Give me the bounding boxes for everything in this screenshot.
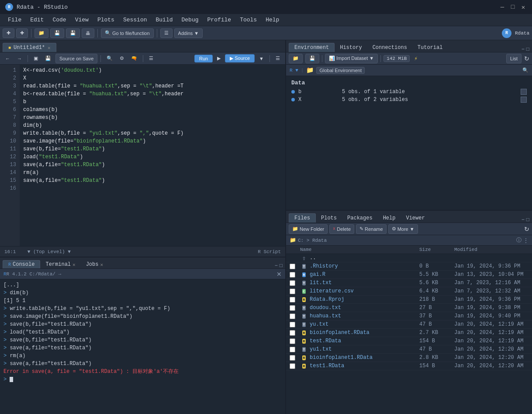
file-name[interactable]: yu1.txt — [310, 346, 419, 352]
maximize-button[interactable]: □ — [509, 3, 516, 10]
file-checkbox[interactable] — [290, 322, 300, 327]
env-tab-environment[interactable]: Environment — [289, 43, 335, 52]
files-minimize-button[interactable]: − — [522, 216, 525, 223]
file-name[interactable]: .. — [310, 255, 419, 261]
files-maximize-button[interactable]: □ — [526, 216, 529, 223]
code-line-12[interactable]: load("test1.RData") — [20, 153, 285, 161]
files-tab-files[interactable]: Files — [289, 213, 316, 223]
other-button-1[interactable]: ☰ — [160, 28, 173, 38]
code-line-13[interactable]: save(a,file="test1.RData") — [20, 161, 285, 169]
code-line-8[interactable]: dim(b) — [20, 122, 285, 129]
file-row[interactable]: T lit.txt 5.6 KB Jan 7, 2023, 12:16 AM — [286, 279, 532, 287]
file-row[interactable]: T huahua.txt 37 B Jan 19, 2024, 9:40 PM — [286, 312, 532, 320]
back-button[interactable]: ← — [3, 55, 13, 62]
files-tab-packages[interactable]: Packages — [342, 214, 378, 223]
file-name[interactable]: Rdata.Rproj — [310, 296, 419, 303]
close-terminal-icon[interactable]: ✕ — [73, 262, 76, 268]
new-folder-button[interactable]: 📁 New Folder — [289, 224, 328, 234]
file-name[interactable]: literature.csv — [310, 288, 419, 294]
menu-session[interactable]: Session — [119, 16, 152, 24]
list-view-button[interactable]: List — [506, 54, 522, 63]
rename-button[interactable]: ✎ Rename — [356, 224, 387, 234]
minimize-button[interactable]: — — [499, 3, 506, 10]
refresh-env-button[interactable]: ↻ — [524, 55, 529, 62]
delete-button[interactable]: ☓ Delete — [329, 224, 354, 234]
console-minimize-button[interactable]: − — [275, 262, 278, 268]
file-name[interactable]: .Rhistory — [310, 263, 419, 269]
file-row[interactable]: R test1.RData 154 B Jan 20, 2024, 12:20 … — [286, 362, 532, 370]
file-row[interactable]: T yu1.txt 47 B Jan 20, 2024, 12:20 AM — [286, 345, 532, 354]
file-row[interactable]: ⇧ .. — [286, 254, 532, 262]
code-line-7[interactable]: rownames(b) — [20, 114, 285, 122]
file-row[interactable]: T yu.txt 47 B Jan 20, 2024, 12:19 AM — [286, 320, 532, 329]
file-checkbox[interactable] — [290, 338, 300, 344]
env-tab-tutorial[interactable]: Tutorial — [412, 43, 448, 52]
file-name[interactable]: doudou.txt — [310, 305, 419, 311]
file-name[interactable]: bioinfoplanet1.RData — [310, 355, 419, 361]
close-jobs-icon[interactable]: ✕ — [100, 262, 103, 268]
console-tab-console[interactable]: R Console — [3, 260, 40, 268]
more-button[interactable]: ⚙ More ▼ — [388, 224, 418, 234]
env-icon-b[interactable] — [521, 89, 527, 95]
env-tab-history[interactable]: History — [335, 43, 367, 52]
file-checkbox[interactable] — [290, 355, 300, 361]
code-line-15[interactable]: save(a,file="test1.RData") — [20, 177, 285, 184]
console-tab-jobs[interactable]: Jobs ✕ — [81, 261, 108, 268]
env-maximize-button[interactable]: □ — [526, 46, 529, 52]
menu-plots[interactable]: Plots — [93, 16, 119, 24]
file-row[interactable]: C literature.csv 6.4 KB Jan 7, 2023, 12:… — [286, 287, 532, 296]
console-tab-terminal[interactable]: Terminal ✕ — [40, 261, 80, 268]
file-checkbox[interactable] — [290, 264, 300, 269]
menu-edit[interactable]: Edit — [26, 16, 48, 24]
new-file-button[interactable]: ✚ — [3, 28, 14, 38]
file-checkbox[interactable] — [290, 289, 300, 294]
close-tab-icon[interactable]: ✕ — [48, 45, 51, 51]
file-row[interactable]: R Rdata.Rproj 218 B Jan 19, 2024, 9:36 P… — [286, 296, 532, 304]
source-button[interactable]: ▶ Source — [225, 54, 255, 63]
code-line-1[interactable]: X<-read.csv('doudou.txt') — [20, 66, 285, 74]
file-name[interactable]: lit.txt — [310, 280, 419, 286]
code-line-16[interactable] — [20, 184, 285, 192]
code-tools-button[interactable]: ⚙ — [117, 55, 127, 62]
file-name[interactable]: yu.txt — [310, 321, 419, 327]
console-maximize-button[interactable]: □ — [280, 262, 283, 268]
code-line-4[interactable]: b<-read.table(file = "huahua.txt",sep = … — [20, 90, 285, 98]
options-button[interactable]: ☰ — [146, 55, 156, 62]
scope-dropdown[interactable]: ▼ — [68, 249, 71, 254]
env-search-button[interactable]: 🔍 — [522, 67, 529, 73]
file-row[interactable]: R gai.R 5.5 KB Jan 13, 2023, 10:04 PM — [286, 271, 532, 279]
file-checkbox[interactable] — [290, 272, 300, 278]
code-line-6[interactable]: colnames(b) — [20, 106, 285, 114]
menu-help[interactable]: Help — [261, 16, 283, 24]
file-name[interactable]: bioinfoplanet.RData — [310, 330, 419, 336]
global-env-selector[interactable]: Global Environment — [316, 67, 365, 74]
console-clear-button[interactable]: ✕ — [276, 271, 282, 278]
add-button[interactable]: ✚ — [16, 28, 28, 38]
menu-code[interactable]: Code — [48, 16, 70, 24]
code-line-9[interactable]: write.table(b,file = "yu1.txt",sep = ","… — [20, 129, 285, 137]
code-line-5[interactable]: b — [20, 98, 285, 106]
run-next-button[interactable]: ▶ — [214, 55, 223, 62]
env-icon-x[interactable] — [521, 97, 527, 103]
env-tab-connections[interactable]: Connections — [367, 43, 412, 52]
file-checkbox[interactable] — [290, 305, 300, 311]
code-content[interactable]: X<-read.csv('doudou.txt')Xread.table(fil… — [20, 65, 285, 246]
menu-profile[interactable]: Profile — [203, 16, 236, 24]
code-line-2[interactable]: X — [20, 74, 285, 82]
code-line-14[interactable]: rm(a) — [20, 169, 285, 177]
save-workspace-button[interactable]: 💾 — [305, 54, 319, 63]
code-line-3[interactable]: read.table(file = "huahua.txt",sep = "\t… — [20, 82, 285, 90]
run-button[interactable]: Run — [194, 55, 213, 63]
file-checkbox[interactable] — [290, 280, 300, 286]
file-row[interactable]: R bioinfoplanet.RData 2.7 KB Jan 20, 202… — [286, 329, 532, 337]
print-button[interactable]: 🖶 — [82, 28, 94, 38]
code-line-10[interactable]: save.image(file="bioinfoplanet1.RData") — [20, 137, 285, 145]
save-button[interactable]: 💾 — [50, 28, 64, 38]
file-row[interactable]: R bioinfoplanet1.RData 2.8 KB Jan 20, 20… — [286, 354, 532, 362]
show-in-new-window[interactable]: ▣ — [31, 55, 41, 62]
import-dataset-button[interactable]: 📊 Import Dataset ▼ — [325, 54, 378, 63]
files-tab-help[interactable]: Help — [378, 214, 401, 223]
file-checkbox[interactable] — [290, 313, 300, 319]
code-line-11[interactable]: save(b,file="test1.RData") — [20, 145, 285, 153]
menu-debug[interactable]: Debug — [177, 16, 203, 24]
